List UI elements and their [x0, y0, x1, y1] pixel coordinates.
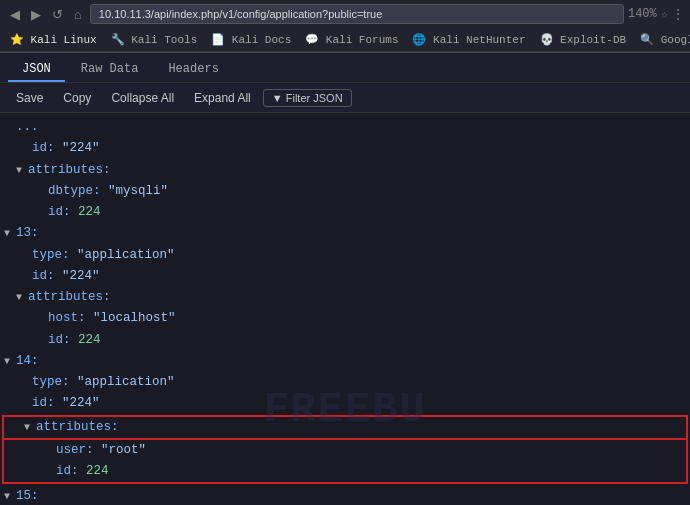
json-line-host: host: "localhost"	[0, 308, 690, 329]
bookmark-kali-tools[interactable]: 🔧 Kali Tools	[107, 32, 202, 47]
extensions-icon[interactable]: ⋮	[672, 7, 684, 22]
triangle-icon[interactable]: ▼	[24, 419, 36, 436]
toolbar: Save Copy Collapse All Expand All ▼ Filt…	[0, 83, 690, 113]
json-line-id-14b: id: 224	[2, 461, 688, 484]
filter-json-button[interactable]: ▼ Filter JSON	[263, 89, 352, 107]
zoom-level: 140%	[628, 7, 657, 22]
address-bar[interactable]	[90, 4, 624, 24]
triangle-icon[interactable]: ▼	[16, 162, 28, 179]
forward-button[interactable]: ▶	[27, 6, 45, 23]
bookmark-exploit-db[interactable]: 💀 Exploit-DB	[536, 32, 631, 47]
triangle-icon-15[interactable]: ▼	[4, 488, 16, 505]
json-line-id-host: id: 224	[0, 330, 690, 351]
bookmark-google-hacking[interactable]: 🔍 Google Hacking DB	[636, 32, 690, 47]
bookmarks-bar: ⭐ Kali Linux 🔧 Kali Tools 📄 Kali Docs 💬 …	[0, 28, 690, 52]
json-line-attributes-13[interactable]: ▼ attributes:	[0, 287, 690, 308]
nav-icons: 140% ☆ ⋮	[628, 7, 684, 22]
json-line-attributes-pre13[interactable]: ▼ attributes:	[0, 160, 690, 181]
browser-chrome: ◀ ▶ ↺ ⌂ 140% ☆ ⋮ ⭐ Kali Linux 🔧 Kali Too…	[0, 0, 690, 53]
json-line-13[interactable]: ▼ 13:	[0, 223, 690, 244]
reload-button[interactable]: ↺	[48, 6, 67, 23]
triangle-icon[interactable]: ▼	[16, 289, 28, 306]
bookmark-kali-nethunter[interactable]: 🌐 Kali NetHunter	[408, 32, 529, 47]
json-line-user: user: "root"	[2, 440, 688, 461]
expand-all-button[interactable]: Expand All	[186, 89, 259, 107]
nav-bar: ◀ ▶ ↺ ⌂ 140% ☆ ⋮	[0, 0, 690, 28]
triangle-icon-13[interactable]: ▼	[4, 225, 16, 242]
bookmark-kali-linux[interactable]: ⭐ Kali Linux	[6, 32, 101, 47]
json-line-dbtype: dbtype: "mysqli"	[0, 181, 690, 202]
tab-bar: JSON Raw Data Headers	[0, 53, 690, 83]
json-line-id-224a: id: 224	[0, 202, 690, 223]
json-line-14[interactable]: ▼ 14:	[0, 351, 690, 372]
bookmark-kali-docs[interactable]: 📄 Kali Docs	[207, 32, 295, 47]
tab-json[interactable]: JSON	[8, 58, 65, 82]
star-icon[interactable]: ☆	[661, 7, 668, 22]
json-viewer: ... id: "224" ▼ attributes: dbtype: "mys…	[0, 113, 690, 505]
copy-button[interactable]: Copy	[55, 89, 99, 107]
json-line-id-top: id: "224"	[0, 138, 690, 159]
triangle-icon-14[interactable]: ▼	[4, 353, 16, 370]
nav-buttons: ◀ ▶ ↺ ⌂	[6, 6, 86, 23]
json-line-attributes-14-box[interactable]: ▼ attributes:	[2, 415, 688, 440]
json-line-15[interactable]: ▼ 15:	[0, 486, 690, 505]
save-button[interactable]: Save	[8, 89, 51, 107]
tab-raw-data[interactable]: Raw Data	[67, 58, 153, 82]
json-line-type-14: type: "application"	[0, 372, 690, 393]
json-line-id-13: id: "224"	[0, 266, 690, 287]
collapse-all-button[interactable]: Collapse All	[103, 89, 182, 107]
json-line-id-14: id: "224"	[0, 393, 690, 414]
json-line-type-13: type: "application"	[0, 245, 690, 266]
json-line-ellipsis: ...	[0, 117, 690, 138]
home-button[interactable]: ⌂	[70, 6, 86, 23]
back-button[interactable]: ◀	[6, 6, 24, 23]
bookmark-kali-forums[interactable]: 💬 Kali Forums	[301, 32, 402, 47]
tab-headers[interactable]: Headers	[154, 58, 232, 82]
